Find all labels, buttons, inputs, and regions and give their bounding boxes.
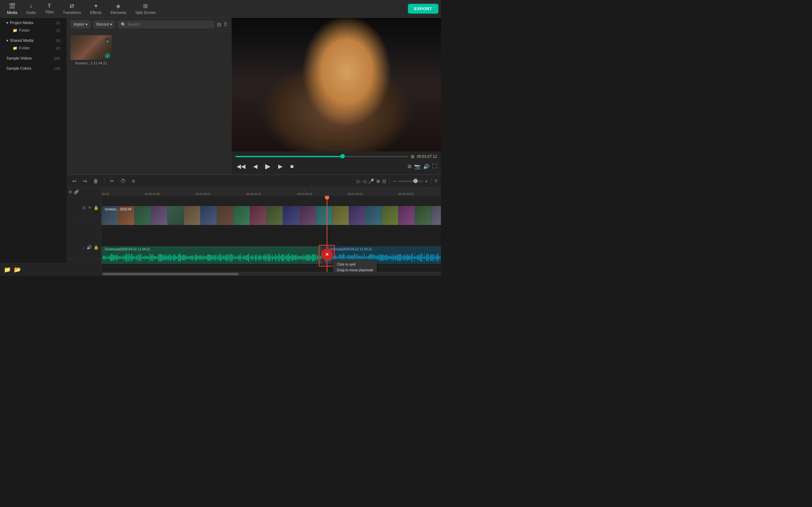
zoom-in-icon[interactable]: + [425,178,428,184]
grid-view-icon[interactable]: ⠿ [223,21,227,27]
sample-videos-label: Sample Videos [6,56,32,60]
redo-button[interactable]: ↪ [81,177,89,185]
effects-tab-icon: ✦ [94,3,98,9]
sidebar-section-project-media: ▾ Project Media (1) 📁 Folder (1) [0,18,67,36]
fullscreen-icon[interactable]: ⛶ [432,164,437,169]
snapshot-icon[interactable]: 📷 [414,164,420,170]
split-cursor-circle[interactable]: ✕ [321,249,333,260]
project-media-count: (1) [56,21,60,25]
pip-icon[interactable]: ⊡ [382,178,386,184]
insert-icon[interactable]: ⊕ [376,178,380,184]
timeline-ruler: 00:00:00:00 00:00:15:00 00:00:30:01 00:0… [101,187,441,196]
shared-media-count: (0) [56,39,60,43]
audio-clip-1-label: Screencast2020-04-22 11.44.21 [103,247,152,251]
speaker-icon[interactable]: 🔊 [87,245,92,250]
play-pause-button[interactable]: ▶ [264,161,272,172]
progress-track[interactable] [235,156,408,157]
sidebar-item-sample-videos[interactable]: Sample Videos (20) [4,55,63,62]
tab-audio-label: Audio [26,10,36,15]
scene-icon[interactable]: ⊞ [68,189,72,194]
snap-icon[interactable]: 🔗 [74,189,79,194]
scroll-thumb[interactable] [103,273,239,275]
folder2-count: (0) [56,46,60,50]
sidebar-subsection2: 📁 Folder (0) [4,44,63,52]
tab-elements-label: Elements [110,10,126,15]
mark-in-icon[interactable]: ◁ [362,178,366,184]
speed-button[interactable]: ⏱ [119,177,128,185]
search-input[interactable] [128,22,211,26]
progress-thumb[interactable] [340,154,345,158]
waveform-bars-1 [101,252,322,263]
stop-button[interactable]: ■ [289,162,295,171]
playback-controls: ◀◀ ◀ ▶ ▶ ■ [235,161,295,172]
delete-button[interactable]: 🗑 [91,177,100,185]
settings-icon[interactable]: ⚙ [407,164,412,170]
lock-icon[interactable]: 🔒 [94,205,99,210]
audio-lock-icon[interactable]: 🔒 [94,245,99,250]
scroll-bar[interactable] [101,272,441,276]
ruler-tick-1: 00:00:15:00 [145,192,160,195]
folder2-icon: 📁 [13,46,17,50]
video-track-row: Screenc... 2020-04 [101,205,441,228]
import-button[interactable]: Import ▾ [70,20,91,29]
sidebar: ▾ Project Media (1) 📁 Folder (1) [0,18,67,276]
more-button[interactable]: ≡ [130,177,137,185]
media-item[interactable]: ⊞ ✓ Screenc...2 11.44.21 [70,35,112,170]
sidebar-item-sample-colors[interactable]: Sample Colors (15) [4,65,63,72]
eye-icon[interactable]: 👁 [88,205,92,210]
search-box[interactable]: 🔍 [118,20,214,29]
folder-icon: 📁 [13,28,17,33]
track-controls: ⊞ 🔗 ⊞ 👁 🔒 ♪ 🔊 🔒 [67,187,101,276]
zoom-track[interactable] [398,181,423,182]
tab-media[interactable]: 🎬 Media [3,1,22,17]
help-icon[interactable]: ? [435,178,437,184]
rewind-button[interactable]: ◀◀ [235,162,247,171]
filter-icon[interactable]: ⊟ [217,21,221,27]
ruler-tick-3: 00:00:45:01 [246,192,261,195]
ruler-tick-line [355,190,356,192]
fast-forward-button[interactable]: ▶ [277,162,284,171]
sidebar-item-folder[interactable]: 📁 Folder (1) [10,26,63,34]
sidebar-item-folder2[interactable]: 📁 Folder (0) [10,44,63,52]
sidebar-item-shared-media[interactable]: ▾ Shared Media (0) [4,37,63,44]
clip-frame [151,206,167,225]
cut-button[interactable]: ✂ [108,177,116,185]
sample-colors-label: Sample Colors [6,66,32,71]
new-bin-icon[interactable]: 📂 [14,266,21,273]
toolbar-divider2 [390,178,390,184]
music-icon[interactable]: ♪ [83,245,85,250]
zoom-out-icon[interactable]: − [393,178,396,184]
video-clip[interactable]: Screenc... 2020-04 [101,206,441,225]
shared-media-label: Shared Media [10,38,34,43]
tab-splitscreen-label: Split Screen [135,10,156,15]
media-toolbar: Import ▾ Record ▾ 🔍 ⊟ ⠿ [67,18,231,32]
audio-tab-icon: ♪ [30,3,33,9]
record-button[interactable]: Record ▾ [93,20,115,29]
clip-frame [415,206,432,225]
play-range-icon[interactable]: ▷ [357,178,361,184]
undo-button[interactable]: ↩ [70,177,78,185]
ruler-tick-line [101,190,102,192]
split-tooltip-line2: Drag to move playhead [337,268,373,272]
grid-icon[interactable]: ⊞ [82,205,86,210]
crop-icon[interactable]: ⊠ [411,154,415,159]
tab-audio[interactable]: ♪ Audio [22,1,41,17]
sidebar-item-project-media[interactable]: ▾ Project Media (1) [4,19,63,26]
tab-titles[interactable]: T Titles [40,1,58,16]
new-folder-icon[interactable]: 📁 [4,266,11,273]
tab-transitions[interactable]: ⇄ Transitions [58,1,86,17]
volume-icon[interactable]: 🔊 [423,164,429,170]
export-button[interactable]: EXPORT [408,4,438,14]
tab-splitscreen[interactable]: ⊞ Split Screen [131,1,160,17]
video-frame [232,18,441,152]
step-back-button[interactable]: ◀ [252,162,259,171]
zoom-thumb[interactable] [413,179,418,183]
mic-icon[interactable]: 🎤 [368,178,374,184]
sidebar-content: ▾ Project Media (1) 📁 Folder (1) [0,18,67,260]
clip-frame [333,206,349,225]
tab-effects[interactable]: ✦ Effects [86,1,106,17]
titles-tab-icon: T [48,3,51,9]
tab-elements[interactable]: ◈ Elements [106,1,131,17]
audio-clip-1[interactable]: Screencast2020-04-22 11.44.21 [101,246,322,264]
ruler-tick-5: 00:01:15:02 [348,192,363,195]
